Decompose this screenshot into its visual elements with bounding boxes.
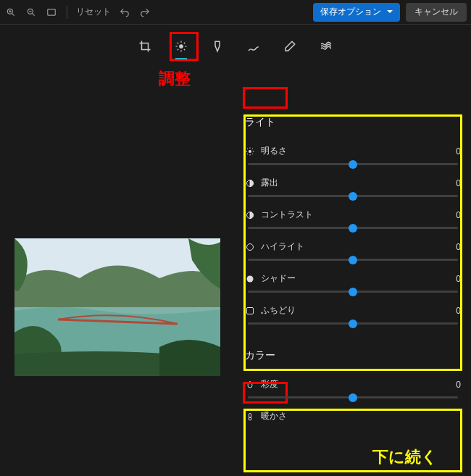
slider-thumb[interactable] [349, 256, 357, 264]
slider-value: 0 [456, 274, 461, 284]
adjust-tool-icon[interactable] [171, 36, 191, 57]
slider-label: 明るさ [261, 145, 287, 157]
erase-tool-icon[interactable] [280, 36, 300, 57]
redo-icon[interactable] [138, 6, 151, 19]
slider-value: 0 [456, 210, 461, 220]
toolbar-divider [67, 6, 67, 19]
save-options-button[interactable]: 保存オプション [313, 3, 400, 22]
slider-warmth: 暖かさ [243, 406, 462, 422]
slider-label: ふちどり [261, 304, 296, 317]
slider-thumb[interactable] [349, 393, 357, 402]
slider-value: 0 [456, 242, 461, 252]
save-options-label: 保存オプション [320, 6, 381, 18]
slider-shadow: シャドー 0 [243, 268, 462, 300]
svg-line-29 [252, 149, 253, 149]
image-preview[interactable] [14, 238, 220, 376]
svg-line-14 [184, 49, 186, 51]
slider-label: コントラスト [261, 209, 313, 221]
slider-value: 0 [456, 306, 461, 316]
draw-tool-icon[interactable] [243, 36, 264, 57]
slider-label: シャドー [261, 272, 296, 285]
slider-track[interactable] [248, 227, 458, 229]
shadow-icon [245, 274, 255, 284]
brightness-icon [245, 146, 255, 156]
slider-thumb[interactable] [349, 192, 357, 201]
svg-line-5 [33, 13, 35, 15]
slider-contrast: コントラスト 0 [243, 204, 462, 236]
svg-line-1 [12, 13, 14, 15]
svg-point-33 [247, 275, 254, 282]
svg-point-8 [180, 45, 183, 49]
reset-button[interactable]: リセット [76, 6, 111, 18]
marker-tool-icon[interactable] [207, 36, 228, 57]
top-toolbar: リセット 保存オプション キャンセル [0, 0, 471, 25]
slider-thumb[interactable] [349, 160, 357, 169]
svg-line-26 [247, 149, 248, 149]
slider-exposure: 露出 0 [243, 172, 462, 204]
slider-thumb[interactable] [349, 288, 357, 296]
slider-value: 0 [456, 178, 461, 188]
annotation-label-continue: 下に続く [372, 446, 438, 468]
section-title-color: カラー [243, 343, 462, 369]
svg-line-28 [247, 154, 248, 154]
svg-line-15 [178, 49, 179, 51]
svg-rect-7 [48, 9, 56, 14]
svg-line-13 [178, 43, 179, 44]
slider-track[interactable] [248, 259, 458, 261]
contrast-icon [245, 210, 255, 220]
undo-icon[interactable] [118, 6, 131, 19]
slider-track[interactable] [248, 396, 458, 398]
slider-saturation: 彩度 0 [243, 374, 462, 406]
editor-tool-row [0, 25, 471, 62]
slider-label: 暖かさ [261, 410, 287, 422]
slider-track[interactable] [248, 195, 458, 197]
slider-label: 露出 [261, 177, 278, 189]
cancel-button[interactable]: キャンセル [406, 3, 467, 22]
slider-label: ハイライト [261, 241, 304, 253]
slider-thumb[interactable] [349, 320, 357, 328]
zoom-out-icon[interactable] [25, 6, 38, 19]
section-title-light: ライト [243, 110, 462, 136]
editor-main: ライト 明るさ 0 露出 0 [0, 62, 471, 435]
light-section: 明るさ 0 露出 0 コントラスト 0 [243, 136, 462, 339]
slider-value: 0 [456, 380, 461, 390]
exposure-icon [245, 178, 255, 188]
slider-track[interactable] [248, 322, 458, 325]
slider-thumb[interactable] [349, 224, 357, 233]
svg-line-27 [252, 154, 253, 154]
fit-screen-icon[interactable] [45, 6, 58, 19]
vignette-icon [245, 306, 255, 316]
svg-rect-34 [247, 307, 254, 314]
slider-label: 彩度 [261, 378, 278, 391]
crop-tool-icon[interactable] [135, 36, 155, 57]
svg-point-32 [247, 243, 254, 250]
slider-highlight: ハイライト 0 [243, 236, 462, 268]
slider-track[interactable] [248, 163, 458, 165]
svg-point-21 [249, 150, 251, 153]
zoom-in-icon[interactable] [4, 6, 17, 19]
highlight-icon [245, 242, 255, 252]
image-preview-container [0, 106, 230, 435]
saturation-icon [245, 380, 255, 390]
slider-value: 0 [456, 146, 461, 156]
warmth-icon [245, 412, 255, 422]
adjust-panel: ライト 明るさ 0 露出 0 [230, 106, 471, 435]
slider-track[interactable] [248, 291, 458, 293]
color-section: 彩度 0 暖かさ [243, 369, 462, 435]
effects-tool-icon[interactable] [316, 36, 336, 57]
svg-line-16 [184, 43, 186, 44]
slider-brightness: 明るさ 0 [243, 141, 462, 172]
slider-vignette: ふちどり 0 [243, 300, 462, 332]
